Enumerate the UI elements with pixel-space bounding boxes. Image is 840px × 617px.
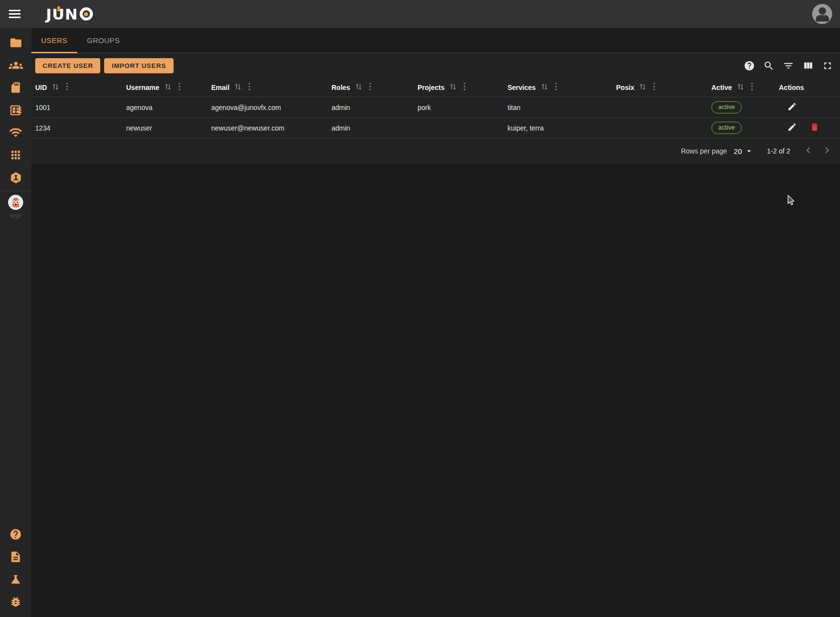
cell-actions	[775, 102, 840, 113]
cell-uid: 1234	[31, 124, 122, 132]
sort-icon[interactable]	[736, 83, 745, 92]
cell-username: newuser	[122, 124, 207, 132]
cell-active: active	[707, 122, 775, 134]
column-header-roles: Roles	[328, 83, 414, 92]
menu-icon[interactable]	[9, 9, 22, 19]
column-label: UID	[35, 84, 47, 91]
column-label: Projects	[418, 84, 444, 91]
app-logo: JUN	[46, 5, 93, 23]
column-header-services: Services	[504, 83, 612, 92]
cell-roles: admin	[328, 104, 414, 111]
column-header-posix: Posix	[612, 83, 707, 92]
wifi-icon	[9, 126, 22, 139]
column-label: Username	[126, 84, 159, 91]
tab-groups[interactable]: GROUPS	[77, 28, 130, 53]
fullscreen-icon[interactable]	[821, 60, 833, 72]
sidebar-item-groups[interactable]	[0, 54, 31, 76]
column-label: Email	[211, 84, 229, 91]
delete-user-button[interactable]	[810, 122, 819, 133]
column-header-username: Username	[122, 83, 207, 92]
chevron-right-icon	[821, 144, 833, 158]
column-header-email: Email	[207, 83, 328, 92]
help-icon	[9, 528, 22, 541]
column-header-active: Active	[707, 83, 775, 92]
column-menu-icon[interactable]	[178, 83, 180, 92]
column-menu-icon[interactable]	[751, 83, 753, 92]
filter-icon[interactable]	[782, 60, 794, 72]
table-footer: Rows per page 20 1-2 of 2	[31, 138, 840, 164]
tab-users[interactable]: USERS	[31, 28, 77, 53]
cell-projects: pork	[414, 104, 504, 111]
logo-letter-n: N	[65, 5, 78, 23]
rows-per-page-label: Rows per page	[681, 147, 727, 155]
column-menu-icon[interactable]	[653, 83, 655, 92]
logo-o-icon	[80, 7, 93, 21]
flask-icon	[9, 573, 22, 586]
sidebar-item-labs[interactable]	[0, 568, 31, 591]
column-menu-icon[interactable]	[66, 83, 68, 92]
bug-icon	[9, 595, 22, 608]
pencil-icon	[787, 122, 797, 133]
sidebar-item-bugreport[interactable]	[0, 591, 31, 613]
import-users-button[interactable]: IMPORT USERS	[104, 58, 173, 73]
chevron-down-icon	[745, 147, 753, 155]
rows-per-page-value: 20	[734, 147, 742, 155]
column-header-actions: Actions	[775, 84, 840, 91]
search-icon[interactable]	[763, 60, 774, 72]
cell-services: kuiper, terra	[504, 124, 612, 132]
edit-user-button[interactable]	[787, 102, 797, 113]
column-menu-icon[interactable]	[369, 83, 371, 92]
table-row[interactable]: 1234 newuser newuser@newuser.com admin k…	[31, 118, 840, 138]
pencil-icon	[787, 102, 797, 113]
table-header-row: UID Username Email Roles Projects	[31, 78, 840, 97]
topbar: JUN	[0, 0, 840, 28]
column-menu-icon[interactable]	[248, 83, 250, 92]
sort-icon[interactable]	[164, 83, 172, 92]
column-label: Active	[711, 84, 732, 91]
sort-icon[interactable]	[449, 83, 457, 92]
logo-letter-u: U	[52, 5, 65, 23]
sidebar-item-argo[interactable]: argo	[7, 192, 24, 221]
sidebar-item-apps[interactable]	[0, 144, 31, 166]
sidebar-item-files[interactable]	[0, 31, 31, 54]
column-menu-icon[interactable]	[555, 83, 557, 92]
cell-roles: admin	[328, 124, 414, 132]
help-circle-icon[interactable]	[743, 60, 755, 72]
sidebar-item-package[interactable]	[0, 166, 31, 189]
column-menu-icon[interactable]	[464, 83, 465, 92]
sidebar-item-network[interactable]	[0, 121, 31, 144]
table-row[interactable]: 1001 agenova agenova@junovfx.com admin p…	[31, 97, 840, 118]
create-user-button[interactable]: CREATE USER	[35, 58, 100, 73]
column-view-icon[interactable]	[802, 60, 814, 72]
sidebar-divider	[0, 191, 31, 191]
storage-card-icon	[9, 81, 22, 94]
rows-per-page-select[interactable]: 20	[734, 147, 753, 155]
cell-active: active	[707, 101, 775, 113]
sort-icon[interactable]	[234, 83, 242, 92]
cell-actions	[775, 122, 840, 133]
sort-icon[interactable]	[354, 83, 363, 92]
next-page-button[interactable]	[820, 145, 833, 157]
edit-user-button[interactable]	[787, 122, 797, 133]
sort-icon[interactable]	[639, 83, 647, 92]
column-label: Roles	[332, 84, 350, 91]
user-avatar[interactable]	[812, 4, 832, 24]
groups-icon	[9, 58, 23, 72]
sidebar: argo	[0, 28, 31, 617]
sidebar-item-help[interactable]	[0, 523, 31, 546]
pagination-range: 1-2 of 2	[767, 147, 790, 155]
table-toolbar: CREATE USER IMPORT USERS	[31, 53, 840, 78]
logo-letter-j: J	[46, 5, 52, 23]
users-table-card: CREATE USER IMPORT USERS UID Username	[31, 53, 840, 164]
sort-icon[interactable]	[540, 83, 549, 92]
sidebar-item-storage[interactable]	[0, 76, 31, 99]
column-label: Posix	[616, 84, 634, 91]
column-header-uid: UID	[31, 83, 122, 92]
chevron-left-icon	[802, 144, 815, 158]
sort-icon[interactable]	[51, 83, 60, 92]
sidebar-item-docs[interactable]	[0, 546, 31, 568]
cell-services: titan	[504, 104, 612, 111]
previous-page-button[interactable]	[802, 145, 815, 157]
sidebar-item-board[interactable]	[0, 99, 31, 121]
avatar-person-icon	[818, 7, 826, 15]
